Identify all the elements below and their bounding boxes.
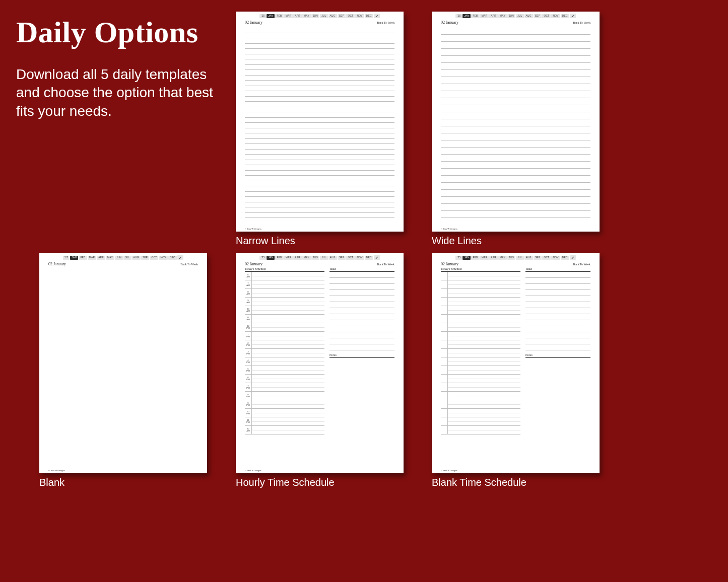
year-tab[interactable]: '25 (259, 14, 266, 18)
month-tab-jun[interactable]: JUN (507, 14, 515, 18)
month-tab-aug[interactable]: AUG (328, 14, 337, 18)
rule-line (441, 147, 590, 148)
month-tab-dec[interactable]: DEC (365, 14, 373, 18)
month-tab-jan[interactable]: JAN (267, 256, 275, 260)
month-tab-dec[interactable]: DEC (365, 256, 373, 260)
template-card-blank-schedule[interactable]: '25JANFEBMARAPRMAYJUNJULAUGSEPOCTNOVDEC … (432, 253, 600, 473)
month-tab-feb[interactable]: FEB (471, 256, 479, 260)
month-tab-aug[interactable]: AUG (328, 256, 337, 260)
month-tab-jan[interactable]: JAN (70, 256, 78, 260)
month-tab-dec[interactable]: DEC (561, 256, 569, 260)
month-tab-aug[interactable]: AUG (524, 256, 533, 260)
month-tab-sep[interactable]: SEP (534, 14, 542, 18)
template-card-wide-lines[interactable]: '25JANFEBMARAPRMAYJUNJULAUGSEPOCTNOVDEC … (432, 12, 600, 232)
month-tab-sep[interactable]: SEP (338, 14, 346, 18)
month-tab-jul[interactable]: JUL (320, 256, 327, 260)
month-tab-apr[interactable]: APR (489, 256, 498, 260)
month-tab-oct[interactable]: OCT (150, 256, 158, 260)
schedule-slot (448, 357, 520, 366)
task-line (329, 308, 394, 314)
month-tab-may[interactable]: MAY (302, 14, 311, 18)
rule-line (441, 69, 590, 70)
month-tab-nov[interactable]: NOV (355, 14, 364, 18)
back-to-week-link[interactable]: Back To Week (573, 21, 590, 24)
template-card-hourly-schedule[interactable]: '25JANFEBMARAPRMAYJUNJULAUGSEPOCTNOVDEC … (236, 253, 404, 473)
month-tab-jul[interactable]: JUL (320, 14, 327, 18)
year-tab[interactable]: '25 (455, 14, 462, 18)
lined-area-wide (432, 26, 600, 223)
schedule-slot (448, 323, 520, 331)
month-tab-jun[interactable]: JUN (507, 256, 515, 260)
month-tab-dec[interactable]: DEC (168, 256, 177, 260)
month-tab-nov[interactable]: NOV (355, 256, 364, 260)
month-tab-feb[interactable]: FEB (471, 14, 479, 18)
month-tab-aug[interactable]: AUG (524, 14, 533, 18)
rule-line (245, 217, 394, 218)
month-tab-mar[interactable]: MAR (88, 256, 97, 260)
footer-credit: © Jess W Designs (441, 469, 457, 472)
month-tab-oct[interactable]: OCT (346, 256, 355, 260)
schedule-row: 6PM (441, 375, 520, 383)
month-tab-nov[interactable]: NOV (551, 14, 560, 18)
back-to-week-link[interactable]: Back To Week (377, 263, 394, 266)
month-tab-sep[interactable]: SEP (534, 256, 542, 260)
month-tab-jun[interactable]: JUN (311, 14, 319, 18)
month-tab-oct[interactable]: OCT (542, 256, 551, 260)
back-to-week-link[interactable]: Back To Week (180, 263, 198, 266)
month-tab-feb[interactable]: FEB (275, 14, 283, 18)
month-tab-oct[interactable]: OCT (346, 14, 355, 18)
template-card-narrow-lines[interactable]: '25JANFEBMARAPRMAYJUNJULAUGSEPOCTNOVDEC … (236, 12, 404, 232)
task-line (525, 314, 590, 320)
month-tab-mar[interactable]: MAR (480, 256, 489, 260)
month-tab-may[interactable]: MAY (498, 256, 507, 260)
schedule-row: 7PM (441, 383, 520, 392)
schedule-slot (252, 349, 324, 357)
month-tab-sep[interactable]: SEP (338, 256, 346, 260)
edit-tab[interactable] (374, 14, 380, 18)
hour-label: 9PM (246, 402, 249, 406)
month-tab-mar[interactable]: MAR (480, 14, 489, 18)
month-tab-jan[interactable]: JAN (462, 14, 471, 18)
month-tab-apr[interactable]: APR (97, 256, 105, 260)
caption-blank: Blank (39, 477, 64, 488)
month-tab-dec[interactable]: DEC (561, 14, 569, 18)
month-tab-sep[interactable]: SEP (141, 256, 150, 260)
month-tab-may[interactable]: MAY (302, 256, 311, 260)
month-tab-oct[interactable]: OCT (542, 14, 551, 18)
month-tab-feb[interactable]: FEB (275, 256, 283, 260)
month-tab-aug[interactable]: AUG (132, 256, 141, 260)
month-tab-mar[interactable]: MAR (284, 256, 293, 260)
month-tab-may[interactable]: MAY (498, 14, 507, 18)
month-tab-jun[interactable]: JUN (115, 256, 123, 260)
month-tab-jan[interactable]: JAN (462, 256, 471, 260)
month-tab-jul[interactable]: JUL (516, 14, 523, 18)
edit-tab[interactable] (177, 255, 183, 260)
template-card-blank[interactable]: '25JANFEBMARAPRMAYJUNJULAUGSEPOCTNOVDEC … (39, 253, 207, 473)
schedule-row: 12PM (245, 323, 324, 332)
year-tab[interactable]: '25 (63, 256, 70, 260)
hour-cell: 11PM (441, 417, 448, 425)
back-to-week-link[interactable]: Back To Week (573, 263, 590, 266)
edit-tab[interactable] (374, 255, 380, 260)
year-tab[interactable]: '25 (259, 256, 266, 260)
month-tab-apr[interactable]: APR (293, 14, 302, 18)
edit-tab[interactable] (570, 255, 576, 260)
month-tab-may[interactable]: MAY (106, 256, 114, 260)
month-tab-apr[interactable]: APR (293, 256, 302, 260)
month-tab-nov[interactable]: NOV (159, 256, 167, 260)
rule-line (441, 154, 590, 155)
month-tab-jul[interactable]: JUL (123, 256, 131, 260)
caption-hourly-schedule: Hourly Time Schedule (236, 477, 335, 488)
edit-tab[interactable] (570, 14, 576, 18)
hour-cell: 9PM (441, 400, 448, 408)
month-tab-jun[interactable]: JUN (311, 256, 319, 260)
month-tab-apr[interactable]: APR (489, 14, 498, 18)
rule-line (441, 168, 590, 169)
month-tab-jul[interactable]: JUL (516, 256, 523, 260)
month-tab-nov[interactable]: NOV (551, 256, 560, 260)
month-tab-jan[interactable]: JAN (267, 14, 275, 18)
month-tab-mar[interactable]: MAR (284, 14, 293, 18)
month-tab-feb[interactable]: FEB (79, 256, 87, 260)
year-tab[interactable]: '25 (455, 256, 462, 260)
back-to-week-link[interactable]: Back To Week (377, 21, 394, 24)
